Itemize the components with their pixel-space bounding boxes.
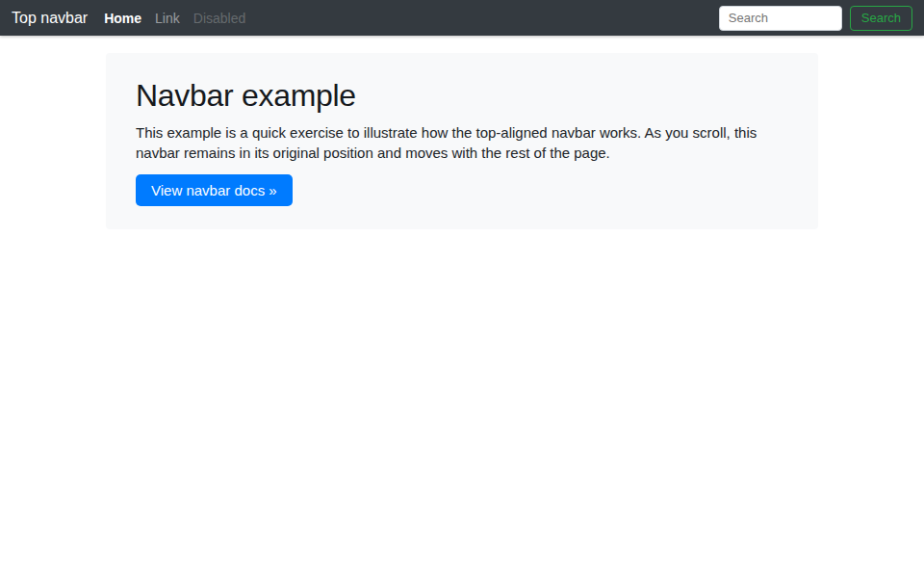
jumbotron: Navbar example This example is a quick e… — [106, 53, 818, 229]
top-navbar: Top navbar Home Link Disabled Search — [0, 0, 924, 36]
nav-link-link[interactable]: Link — [155, 11, 180, 26]
navbar-brand[interactable]: Top navbar — [12, 10, 88, 27]
page-main: Navbar example This example is a quick e… — [0, 36, 924, 229]
page-title: Navbar example — [136, 78, 788, 114]
nav-link-disabled: Disabled — [193, 11, 245, 26]
nav-link-home[interactable]: Home — [104, 11, 141, 26]
navbar-nav: Home Link Disabled — [104, 11, 259, 26]
page-description: This example is a quick exercise to illu… — [136, 122, 788, 163]
search-form: Search — [719, 6, 912, 31]
search-button[interactable]: Search — [850, 6, 912, 31]
search-input[interactable] — [719, 6, 842, 31]
view-navbar-docs-button[interactable]: View navbar docs » — [136, 174, 293, 206]
